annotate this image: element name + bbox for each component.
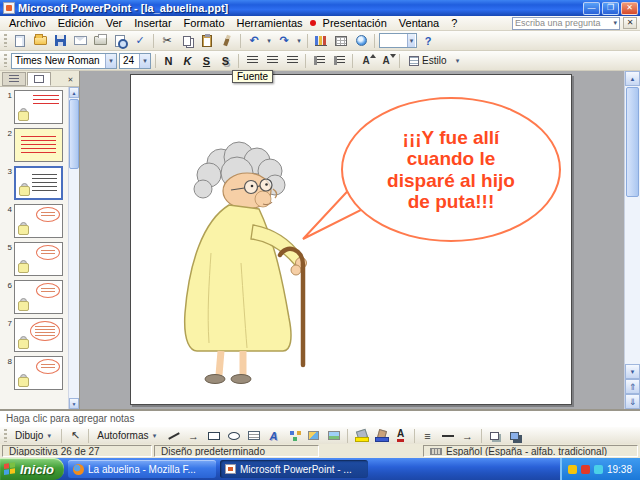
document-close-button[interactable]: ✕ bbox=[623, 17, 637, 29]
insert-picture-button[interactable] bbox=[325, 428, 343, 444]
clipart-button[interactable] bbox=[305, 428, 323, 444]
line-tool-button[interactable] bbox=[165, 428, 183, 444]
line-color-button[interactable] bbox=[372, 428, 390, 444]
chevron-down-icon[interactable]: ▾ bbox=[613, 19, 617, 27]
size-dropdown-arrow[interactable]: ▾ bbox=[139, 54, 150, 68]
menu-ver[interactable]: Ver bbox=[100, 17, 129, 29]
email-button[interactable] bbox=[71, 33, 89, 49]
bullets-button[interactable] bbox=[330, 53, 348, 69]
toolbar-options-arrow[interactable]: ▾ bbox=[453, 57, 461, 65]
text-shadow-button[interactable]: S bbox=[217, 53, 234, 69]
underline-button[interactable]: S bbox=[198, 53, 215, 69]
panel-close-button[interactable]: ✕ bbox=[64, 73, 77, 85]
zoom-dropdown-arrow[interactable]: ▾ bbox=[407, 34, 415, 47]
grandma-clipart[interactable] bbox=[151, 133, 351, 393]
toolbar-grip[interactable] bbox=[4, 54, 7, 67]
slide-thumbnail[interactable] bbox=[14, 242, 63, 276]
new-button[interactable] bbox=[11, 33, 29, 49]
current-slide[interactable]: ¡¡¡Y fue allí cuando le disparé al hijo … bbox=[130, 74, 572, 405]
slide-thumbnail-selected[interactable] bbox=[14, 166, 63, 200]
scroll-thumb[interactable] bbox=[626, 87, 639, 197]
speech-bubble[interactable]: ¡¡¡Y fue allí cuando le disparé al hijo … bbox=[341, 97, 561, 242]
menu-archivo[interactable]: Archivo bbox=[3, 17, 52, 29]
numbering-button[interactable] bbox=[310, 53, 328, 69]
slide-thumbnail[interactable] bbox=[14, 90, 63, 124]
wordart-button[interactable]: A bbox=[265, 428, 283, 444]
next-slide-button[interactable]: ⇓ bbox=[625, 394, 640, 409]
cut-button[interactable]: ✂ bbox=[158, 33, 176, 49]
fill-color-button[interactable] bbox=[352, 428, 370, 444]
3d-style-button[interactable] bbox=[506, 428, 524, 444]
paste-button[interactable] bbox=[198, 33, 216, 49]
toolbar-grip[interactable] bbox=[4, 34, 7, 47]
slide-design-button[interactable]: Estilo bbox=[404, 52, 451, 69]
panel-scroll-thumb[interactable] bbox=[69, 99, 79, 169]
tab-outline[interactable] bbox=[2, 72, 26, 86]
scroll-up-button[interactable]: ▲ bbox=[625, 71, 640, 86]
minimize-button[interactable]: — bbox=[583, 2, 600, 15]
scroll-down-button[interactable]: ▼ bbox=[625, 364, 640, 379]
menu-ventana[interactable]: Ventana bbox=[393, 17, 445, 29]
decrease-font-button[interactable]: A bbox=[377, 53, 395, 69]
help-button[interactable]: ? bbox=[419, 33, 437, 49]
undo-button[interactable]: ↶ bbox=[245, 33, 263, 49]
insert-table-button[interactable] bbox=[332, 33, 350, 49]
slide-thumbnail[interactable] bbox=[14, 280, 63, 314]
menu-herramientas[interactable]: Herramientas bbox=[231, 17, 309, 29]
spelling-button[interactable]: ✓ bbox=[131, 33, 149, 49]
font-dropdown-arrow[interactable]: ▾ bbox=[105, 54, 116, 68]
menu-ayuda[interactable]: ? bbox=[445, 17, 463, 29]
format-painter-button[interactable] bbox=[218, 33, 236, 49]
tray-icon-1[interactable] bbox=[568, 465, 577, 474]
redo-button[interactable]: ↷ bbox=[275, 33, 293, 49]
previous-slide-button[interactable]: ⇑ bbox=[625, 379, 640, 394]
taskbar-item-firefox[interactable]: La abuelina - Mozilla F... bbox=[68, 460, 216, 478]
font-color-button[interactable]: A bbox=[392, 428, 410, 444]
print-preview-button[interactable] bbox=[111, 33, 129, 49]
status-design-info[interactable]: Diseño predeterminado bbox=[154, 445, 319, 457]
font-name-select[interactable]: Times New Roman ▾ bbox=[11, 53, 117, 69]
open-button[interactable] bbox=[31, 33, 49, 49]
arrow-style-button[interactable]: → bbox=[459, 428, 477, 444]
taskbar-item-powerpoint[interactable]: Microsoft PowerPoint - ... bbox=[220, 460, 368, 478]
menu-edicion[interactable]: Edición bbox=[52, 17, 100, 29]
zoom-select[interactable]: ▾ bbox=[379, 33, 417, 48]
status-language[interactable]: Español (España - alfab. tradicional) bbox=[423, 445, 638, 457]
print-button[interactable] bbox=[91, 33, 109, 49]
panel-scroll-down-button[interactable]: ▼ bbox=[69, 398, 79, 409]
menu-formato[interactable]: Formato bbox=[178, 17, 231, 29]
slide-scrollbar[interactable]: ▲ ▼ ⇑ ⇓ bbox=[624, 71, 640, 409]
font-size-select[interactable]: 24 ▾ bbox=[119, 53, 151, 69]
notes-pane[interactable]: Haga clic para agregar notas bbox=[0, 409, 640, 426]
slide-thumbnail[interactable] bbox=[14, 356, 63, 390]
shadow-style-button[interactable] bbox=[486, 428, 504, 444]
save-button[interactable] bbox=[51, 33, 69, 49]
italic-button[interactable]: K bbox=[179, 53, 196, 69]
panel-scrollbar[interactable]: ▲ ▼ bbox=[68, 87, 79, 409]
restore-button[interactable]: ❐ bbox=[602, 2, 619, 15]
line-style-button[interactable]: ≡ bbox=[419, 428, 437, 444]
select-objects-button[interactable]: ↖ bbox=[66, 428, 84, 444]
panel-scroll-up-button[interactable]: ▲ bbox=[69, 87, 79, 98]
close-button[interactable]: ✕ bbox=[621, 2, 638, 15]
text-box-button[interactable] bbox=[245, 428, 263, 444]
tray-icon-2[interactable] bbox=[581, 465, 590, 474]
toolbar-grip[interactable] bbox=[4, 429, 7, 442]
menu-insertar[interactable]: Insertar bbox=[128, 17, 177, 29]
rectangle-tool-button[interactable] bbox=[205, 428, 223, 444]
increase-font-button[interactable]: A bbox=[357, 53, 375, 69]
align-right-button[interactable] bbox=[283, 53, 301, 69]
question-input[interactable]: Escriba una pregunta ▾ bbox=[512, 17, 620, 30]
menu-presentacion[interactable]: Presentación bbox=[317, 17, 393, 29]
oval-tool-button[interactable] bbox=[225, 428, 243, 444]
dash-style-button[interactable] bbox=[439, 428, 457, 444]
bold-button[interactable]: N bbox=[160, 53, 177, 69]
slide-thumbnail[interactable] bbox=[14, 128, 63, 162]
tab-slides[interactable] bbox=[27, 72, 51, 86]
copy-button[interactable] bbox=[178, 33, 196, 49]
autoformas-menu-button[interactable]: Autoformas ▾ bbox=[93, 430, 162, 441]
align-left-button[interactable] bbox=[243, 53, 261, 69]
tray-icon-3[interactable] bbox=[594, 465, 603, 474]
taskbar-clock[interactable]: 19:38 bbox=[607, 464, 632, 475]
undo-dropdown[interactable]: ▾ bbox=[265, 37, 273, 45]
